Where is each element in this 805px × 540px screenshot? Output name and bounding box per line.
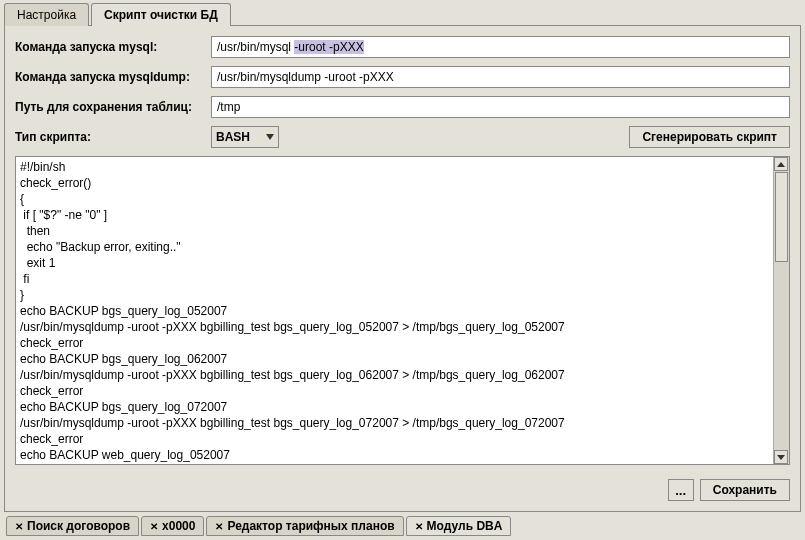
scroll-thumb[interactable] bbox=[775, 172, 788, 262]
script-textarea[interactable]: #!/bin/sh check_error() { if [ "$?" -ne … bbox=[16, 157, 773, 464]
bottom-tab-label: Редактор тарифных планов bbox=[227, 519, 394, 533]
bottom-tab[interactable]: ✕Поиск договоров bbox=[6, 516, 139, 536]
scroll-up-button[interactable] bbox=[774, 157, 788, 171]
combo-script-type[interactable]: BASH bbox=[211, 126, 279, 148]
browse-button[interactable]: ... bbox=[668, 479, 694, 501]
row-script-type: Тип скрипта: BASH Сгенерировать скрипт bbox=[15, 126, 790, 148]
script-textarea-wrap: #!/bin/sh check_error() { if [ "$?" -ne … bbox=[15, 156, 790, 465]
tab-settings[interactable]: Настройка bbox=[4, 3, 89, 26]
input-mysql-plain: /usr/bin/mysql bbox=[217, 40, 294, 54]
bottom-bar: ... Сохранить bbox=[15, 473, 790, 501]
bottom-tab-label: Поиск договоров bbox=[27, 519, 130, 533]
input-mysql-selection: -uroot -pXXX bbox=[294, 40, 363, 54]
close-icon[interactable]: ✕ bbox=[150, 521, 158, 532]
label-mysqldump-cmd: Команда запуска mysqldump: bbox=[15, 70, 205, 84]
scroll-down-button[interactable] bbox=[774, 450, 788, 464]
bottom-tab[interactable]: ✕Модуль DBA bbox=[406, 516, 512, 536]
label-save-path: Путь для сохранения таблиц: bbox=[15, 100, 205, 114]
bottom-tabstrip: ✕Поиск договоров✕x0000✕Редактор тарифных… bbox=[0, 512, 805, 540]
top-tabstrip: Настройка Скрипт очистки БД bbox=[0, 2, 805, 25]
close-icon[interactable]: ✕ bbox=[415, 521, 423, 532]
bottom-tab-label: Модуль DBA bbox=[427, 519, 503, 533]
input-save-path[interactable]: /tmp bbox=[211, 96, 790, 118]
input-mysqldump-cmd[interactable]: /usr/bin/mysqldump -uroot -pXXX bbox=[211, 66, 790, 88]
label-script-type: Тип скрипта: bbox=[15, 130, 205, 144]
arrow-up-icon bbox=[777, 162, 785, 167]
bottom-tab-label: x0000 bbox=[162, 519, 195, 533]
vertical-scrollbar[interactable] bbox=[773, 157, 789, 464]
close-icon[interactable]: ✕ bbox=[215, 521, 223, 532]
generate-script-button[interactable]: Сгенерировать скрипт bbox=[629, 126, 790, 148]
label-mysql-cmd: Команда запуска mysql: bbox=[15, 40, 205, 54]
combo-script-type-value: BASH bbox=[216, 130, 250, 144]
row-save-path: Путь для сохранения таблиц: /tmp bbox=[15, 96, 790, 118]
bottom-tab[interactable]: ✕x0000 bbox=[141, 516, 204, 536]
save-button[interactable]: Сохранить bbox=[700, 479, 790, 501]
row-mysqldump-cmd: Команда запуска mysqldump: /usr/bin/mysq… bbox=[15, 66, 790, 88]
arrow-down-icon bbox=[777, 455, 785, 460]
input-mysql-cmd[interactable]: /usr/bin/mysql -uroot -pXXX bbox=[211, 36, 790, 58]
tab-cleanup-script[interactable]: Скрипт очистки БД bbox=[91, 3, 231, 26]
chevron-down-icon bbox=[266, 134, 274, 140]
app-window: Настройка Скрипт очистки БД Команда запу… bbox=[0, 0, 805, 540]
bottom-tab[interactable]: ✕Редактор тарифных планов bbox=[206, 516, 403, 536]
row-mysql-cmd: Команда запуска mysql: /usr/bin/mysql -u… bbox=[15, 36, 790, 58]
tab-content: Команда запуска mysql: /usr/bin/mysql -u… bbox=[4, 25, 801, 512]
close-icon[interactable]: ✕ bbox=[15, 521, 23, 532]
